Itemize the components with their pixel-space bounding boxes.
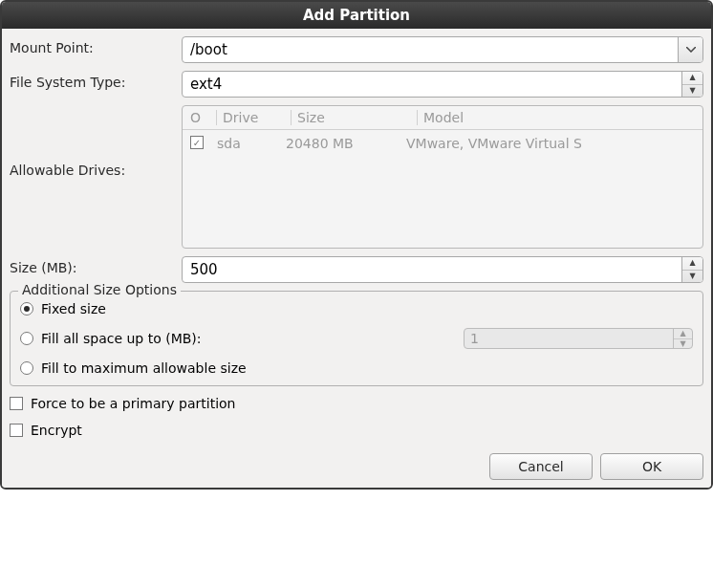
label-fs-type: File System Type: xyxy=(10,71,182,90)
radio-label: Fill to maximum allowable size xyxy=(41,360,247,376)
checkbox-label: Force to be a primary partition xyxy=(31,396,235,411)
drive-checkbox[interactable]: ✓ xyxy=(190,136,204,149)
checkbox-encrypt[interactable]: Encrypt xyxy=(10,423,703,438)
fs-type-spin-buttons[interactable]: ▲ ▼ xyxy=(681,72,702,97)
additional-size-options: Additional Size Options Fixed size Fill … xyxy=(10,291,703,386)
radio-icon xyxy=(20,332,33,345)
size-spin-buttons[interactable]: ▲ ▼ xyxy=(681,257,702,282)
allowable-drives-list[interactable]: O Drive Size Model ✓ sda 20480 MB VMware… xyxy=(182,105,703,249)
fill-up-to-spin-buttons: ▲ ▼ xyxy=(673,329,692,348)
mount-point-input[interactable] xyxy=(183,37,678,62)
row-size: Size (MB): ▲ ▼ xyxy=(10,256,703,283)
row-mount-point: Mount Point: xyxy=(10,36,703,63)
label-allowable-drives: Allowable Drives: xyxy=(10,105,182,178)
label-size: Size (MB): xyxy=(10,256,182,275)
drive-size: 20480 MB xyxy=(286,136,406,151)
size-spinbox[interactable]: ▲ ▼ xyxy=(182,256,703,283)
ok-button[interactable]: OK xyxy=(600,453,703,480)
chevron-down-icon[interactable]: ▼ xyxy=(682,270,702,283)
add-partition-dialog: Add Partition Mount Point: File System T… xyxy=(0,0,713,490)
chevron-up-icon[interactable]: ▲ xyxy=(682,72,702,84)
radio-fixed-size[interactable]: Fixed size xyxy=(20,301,693,316)
radio-label: Fill all space up to (MB): xyxy=(41,331,202,346)
chevron-down-icon: ▼ xyxy=(674,338,692,349)
row-allowable-drives: Allowable Drives: O Drive Size Model ✓ s… xyxy=(10,105,703,249)
size-input[interactable] xyxy=(183,257,681,282)
dialog-title: Add Partition xyxy=(2,2,711,29)
header-drive: Drive xyxy=(223,110,292,125)
radio-icon xyxy=(20,302,33,316)
header-size: Size xyxy=(297,110,418,125)
drives-headers: O Drive Size Model xyxy=(183,106,702,130)
fill-up-to-value: 1 xyxy=(465,329,673,348)
cancel-button[interactable]: Cancel xyxy=(489,453,593,480)
header-model: Model xyxy=(423,110,695,125)
mount-point-dropdown-button[interactable] xyxy=(678,37,702,62)
fill-up-to-spinbox: 1 ▲ ▼ xyxy=(464,328,693,349)
radio-fill-max[interactable]: Fill to maximum allowable size xyxy=(20,360,693,376)
drive-model: VMware, VMware Virtual S xyxy=(406,136,695,151)
header-check: O xyxy=(190,110,217,125)
row-fs-type: File System Type: ▲ ▼ xyxy=(10,71,703,98)
radio-fill-up-to[interactable]: Fill all space up to (MB): 1 ▲ ▼ xyxy=(20,328,693,349)
button-bar: Cancel OK xyxy=(10,453,703,480)
bottom-checks: Force to be a primary partition Encrypt xyxy=(10,396,703,438)
mount-point-combo[interactable] xyxy=(182,36,703,63)
checkbox-force-primary[interactable]: Force to be a primary partition xyxy=(10,396,703,411)
chevron-down-icon xyxy=(686,47,696,53)
checkbox-icon xyxy=(10,397,23,410)
radio-icon xyxy=(20,361,33,375)
legend-additional-size: Additional Size Options xyxy=(18,282,181,297)
radio-label: Fixed size xyxy=(41,301,106,316)
checkbox-icon xyxy=(10,424,23,437)
drive-name: sda xyxy=(217,136,286,151)
chevron-down-icon[interactable]: ▼ xyxy=(682,84,702,98)
chevron-up-icon[interactable]: ▲ xyxy=(682,257,702,270)
label-mount-point: Mount Point: xyxy=(10,36,182,55)
checkbox-label: Encrypt xyxy=(31,423,82,438)
chevron-up-icon: ▲ xyxy=(674,329,692,338)
drive-row[interactable]: ✓ sda 20480 MB VMware, VMware Virtual S xyxy=(183,130,702,157)
dialog-content: Mount Point: File System Type: ▲ ▼ xyxy=(2,29,711,488)
fs-type-combo[interactable]: ▲ ▼ xyxy=(182,71,703,98)
fs-type-input[interactable] xyxy=(183,72,681,97)
